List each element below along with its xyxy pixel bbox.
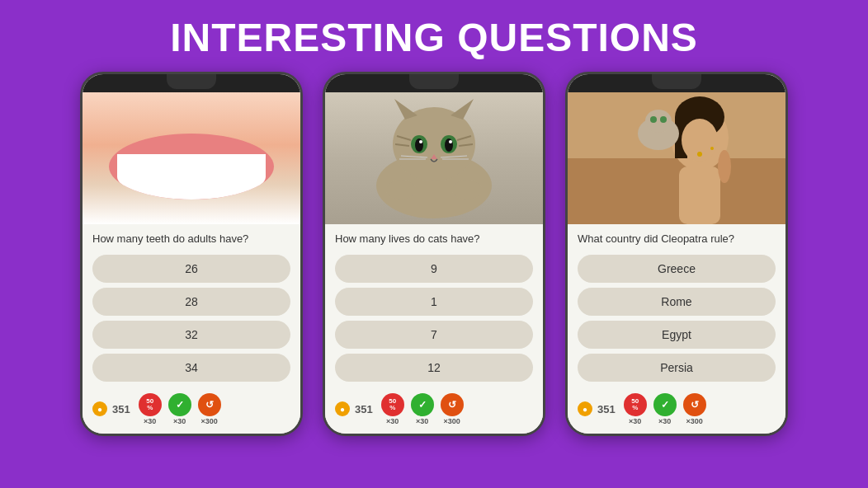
phone-2: How many lives do cats have? 9 1 7 12 ● …	[323, 72, 545, 436]
smile-image	[83, 92, 300, 224]
badge-50-3: 50% ×30	[624, 393, 647, 425]
badge-refresh-3: ↺ ×300	[683, 393, 706, 425]
badge-icon-green-1[interactable]: ✓	[168, 393, 191, 416]
badge-icon-red-1[interactable]: 50%	[139, 393, 162, 416]
badge-label-orange-2: ×300	[444, 417, 460, 425]
phone-1-answers: 26 28 32 34	[92, 255, 290, 382]
phone-2-topbar	[325, 74, 543, 92]
svg-point-32	[718, 150, 731, 183]
lips	[109, 134, 274, 199]
svg-point-7	[445, 138, 453, 152]
phone-2-answer-1[interactable]: 1	[335, 288, 533, 316]
badge-label-green-3: ×30	[658, 417, 671, 425]
badge-label-red-2: ×30	[386, 417, 399, 425]
badge-refresh-1: ↺ ×300	[198, 393, 221, 425]
phone-2-answer-0[interactable]: 9	[335, 255, 533, 283]
woman-image	[568, 92, 785, 224]
svg-point-15	[386, 180, 416, 199]
footer-badges-3: 50% ×30 ✓ ×30 ↺ ×300	[624, 393, 706, 425]
badge-label-green-1: ×30	[173, 417, 186, 425]
phone-3-question: What country did Cleopatra rule?	[578, 232, 776, 246]
phone-1-question: How many teeth do adults have?	[92, 232, 290, 246]
svg-point-33	[697, 152, 702, 157]
badge-check-1: ✓ ×30	[168, 393, 191, 425]
badge-icon-orange-2[interactable]: ↺	[441, 393, 464, 416]
phone-1-footer: ● 351 50% ×30 ✓ ×30 ↺ ×300	[83, 388, 300, 434]
phone-2-image	[325, 92, 543, 224]
woman-svg	[568, 92, 785, 224]
footer-badges-1: 50% ×30 ✓ ×30 ↺ ×300	[139, 393, 221, 425]
cat-image	[325, 92, 543, 224]
cat-svg	[351, 95, 517, 223]
svg-point-30	[660, 116, 667, 123]
phone-1: How many teeth do adults have? 26 28 32 …	[80, 72, 303, 436]
badge-label-red-1: ×30	[144, 417, 156, 425]
phone-3-answer-2[interactable]: Egypt	[578, 321, 776, 349]
phone-3-answer-1[interactable]: Rome	[578, 288, 776, 316]
phone-3-image	[568, 92, 785, 224]
page-title: INTERESTING QUESTIONS	[170, 15, 698, 60]
badge-50-1: 50% ×30	[139, 393, 162, 425]
svg-point-29	[650, 116, 657, 123]
badge-check-3: ✓ ×30	[653, 393, 677, 425]
phone-2-answers: 9 1 7 12	[335, 255, 533, 382]
svg-point-16	[452, 180, 482, 199]
phone-1-topbar	[83, 74, 300, 92]
svg-marker-3	[451, 99, 474, 120]
svg-point-9	[449, 140, 452, 143]
svg-rect-31	[679, 167, 720, 224]
svg-point-8	[419, 140, 422, 143]
phone-3-answer-0[interactable]: Greece	[578, 255, 776, 283]
badge-icon-green-3[interactable]: ✓	[653, 393, 677, 416]
svg-point-34	[710, 147, 714, 150]
badge-label-red-3: ×30	[629, 417, 641, 425]
badge-icon-orange-1[interactable]: ↺	[198, 393, 221, 416]
phone-3-content: What country did Cleopatra rule? Greece …	[568, 224, 785, 388]
phone-3-answers: Greece Rome Egypt Persia	[578, 255, 776, 382]
phone-2-footer: ● 351 50% ×30 ✓ ×30 ↺ ×300	[325, 388, 543, 434]
svg-rect-22	[568, 158, 785, 224]
badge-icon-red-2[interactable]: 50%	[381, 393, 404, 416]
badge-label-orange-3: ×300	[686, 417, 703, 425]
badge-icon-orange-3[interactable]: ↺	[683, 393, 706, 416]
phone-2-answer-3[interactable]: 12	[335, 354, 533, 382]
footer-badges-2: 50% ×30 ✓ ×30 ↺ ×300	[381, 393, 464, 425]
coin-count-3: 351	[597, 403, 616, 415]
coin-icon-1: ●	[92, 401, 107, 416]
badge-icon-red-3[interactable]: 50%	[624, 393, 647, 416]
coin-icon-2: ●	[335, 401, 350, 416]
badge-label-orange-1: ×300	[201, 417, 218, 425]
phones-container: How many teeth do adults have? 26 28 32 …	[80, 72, 788, 436]
badge-refresh-2: ↺ ×300	[441, 393, 464, 425]
phone-3: What country did Cleopatra rule? Greece …	[565, 72, 788, 436]
phone-1-answer-3[interactable]: 34	[92, 354, 290, 382]
phone-3-topbar	[568, 74, 785, 92]
badge-50-2: 50% ×30	[381, 393, 404, 425]
phone-2-content: How many lives do cats have? 9 1 7 12	[325, 224, 543, 388]
phone-2-answer-2[interactable]: 7	[335, 321, 533, 349]
phone-3-footer: ● 351 50% ×30 ✓ ×30 ↺ ×300	[568, 388, 785, 434]
coin-count-2: 351	[355, 403, 373, 415]
coin-icon-3: ●	[578, 401, 592, 416]
phone-2-question: How many lives do cats have?	[335, 232, 533, 246]
phone-1-content: How many teeth do adults have? 26 28 32 …	[83, 224, 300, 388]
phone-1-answer-0[interactable]: 26	[92, 255, 290, 283]
phone-3-answer-3[interactable]: Persia	[578, 354, 776, 382]
svg-marker-2	[394, 99, 417, 120]
phone-1-answer-2[interactable]: 32	[92, 321, 290, 349]
badge-label-green-2: ×30	[416, 417, 428, 425]
svg-point-6	[415, 138, 423, 152]
phone-1-image	[83, 92, 300, 224]
coin-count-1: 351	[112, 403, 130, 415]
phone-1-answer-1[interactable]: 28	[92, 288, 290, 316]
badge-check-2: ✓ ×30	[411, 393, 434, 425]
badge-icon-green-2[interactable]: ✓	[411, 393, 434, 416]
svg-point-28	[645, 110, 672, 133]
